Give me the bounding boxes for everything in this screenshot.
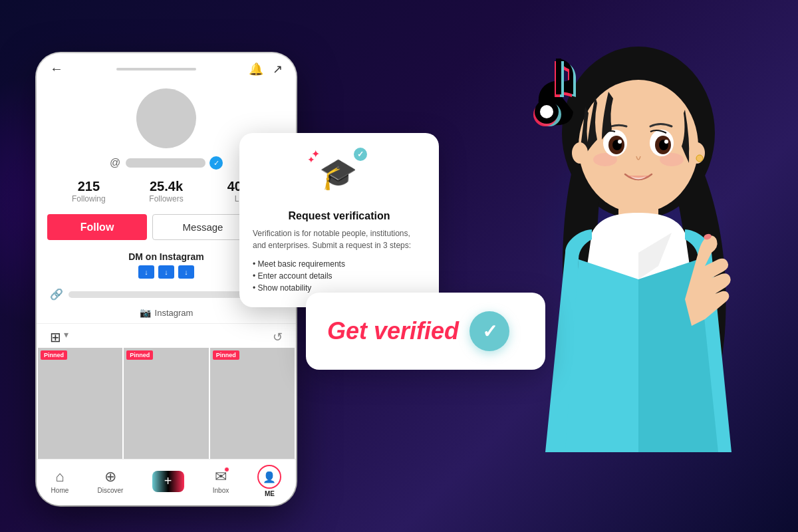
verified-badge: ✓ [209,156,223,170]
sparkle-icon-2: ✦ [307,154,315,165]
follow-button[interactable]: Follow [47,214,147,240]
stat-following: 215 Following [50,179,128,203]
instagram-icon: 📷 [140,307,151,318]
svg-point-19 [618,140,622,144]
dm-arrows: ↓ ↓ ↓ [128,265,204,279]
stat-followers: 25.4k Followers [128,179,205,203]
followers-count: 25.4k [128,179,205,194]
verify-desc: Verification is for notable people, inst… [253,227,426,251]
pinned-badge-3: Pinned [213,350,239,360]
repost-icon[interactable]: ↺ [273,330,283,344]
svg-point-23 [696,155,703,162]
verify-step-1: Meet basic requirements [253,258,426,270]
get-verified-check: ✓ [469,311,509,351]
discover-label: Discover [97,487,123,494]
nav-home[interactable]: ⌂ Home [51,468,69,494]
verification-card: 🎓 ✓ ✦ ✦ Request verification Verificatio… [239,133,439,307]
plus-icon: + [164,473,172,489]
status-bar: ← 🔔 ↗ [37,53,296,82]
instagram-text: Instagram [155,308,194,318]
create-button[interactable]: + [152,471,184,492]
svg-rect-6 [556,59,561,94]
svg-point-3 [540,105,553,118]
nav-inbox[interactable]: ✉ Inbox [213,468,229,494]
tabs-bar: ⊞ ▾ ↺ [37,323,296,348]
grid-dropdown: ▾ [64,329,68,345]
avatar [136,88,196,148]
home-label: Home [51,487,69,494]
dm-arrow-1: ↓ [138,265,154,279]
verify-check-small: ✓ [352,146,368,162]
verify-title: Request verification [253,210,426,222]
home-icon: ⌂ [55,468,64,485]
following-label: Following [50,194,128,203]
header-bar [116,68,196,70]
followers-label: Followers [128,194,205,203]
inbox-label: Inbox [213,487,229,494]
grid-icon-group[interactable]: ⊞ ▾ [50,329,68,345]
dm-text: DM on Instagram [128,251,204,262]
svg-point-10 [579,80,698,213]
nav-me[interactable]: 👤 ME [257,465,281,497]
verify-steps: Meet basic requirements Enter account de… [253,258,426,294]
me-avatar-circle: 👤 [257,465,281,489]
checkmark-icon: ✓ [482,321,497,342]
grid-icon: ⊞ [50,329,61,345]
nav-create[interactable]: + [152,471,184,492]
me-icon: 👤 [263,471,276,483]
notification-dot [224,467,229,472]
me-label: ME [265,490,275,497]
svg-point-20 [664,140,668,144]
at-symbol: @ [110,157,120,169]
following-count: 215 [50,179,128,194]
svg-point-21 [572,142,588,164]
nav-discover[interactable]: ⊕ Discover [97,468,123,494]
message-button[interactable]: Message [152,214,253,240]
back-button[interactable]: ← [50,61,63,76]
verify-step-2: Enter account details [253,270,426,282]
discover-icon: ⊕ [104,468,116,485]
dm-arrow-3: ↓ [178,265,194,279]
dm-section: DM on Instagram ↓ ↓ ↓ [128,251,204,279]
bottom-nav: ⌂ Home ⊕ Discover + ✉ Inbox 👤 ME [37,459,296,505]
notification-icon[interactable]: 🔔 [249,62,263,76]
dm-arrow-2: ↓ [158,265,174,279]
username-bar [126,158,205,168]
get-verified-text: Get verified [327,317,459,345]
share-icon[interactable]: ↗ [273,62,283,76]
tiktok-logo [519,53,592,136]
pinned-badge-2: Pinned [126,350,153,360]
pinned-badge-1: Pinned [41,350,67,360]
get-verified-card: Get verified ✓ [306,293,545,370]
header-icons: 🔔 ↗ [249,62,283,76]
username-row: @ ✓ [110,156,223,170]
link-icon: 🔗 [50,288,63,301]
